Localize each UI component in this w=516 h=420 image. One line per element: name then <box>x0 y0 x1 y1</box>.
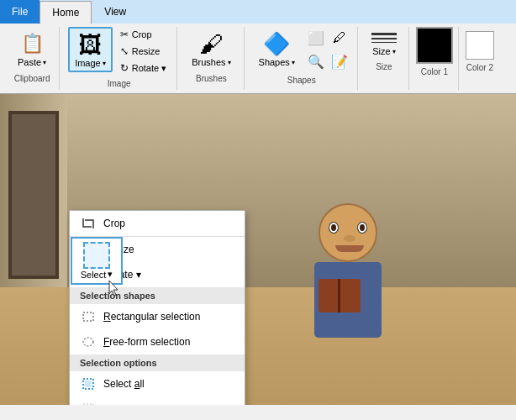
svg-rect-4 <box>85 381 92 387</box>
color2-group: Color 2 <box>461 27 499 90</box>
brushes-button[interactable]: 🖌 Brushes ▾ <box>186 27 236 71</box>
free-form-selection-item[interactable]: Free-form selection <box>70 329 245 354</box>
select-all-item[interactable]: Select all <box>70 371 245 396</box>
rotate-tool-btn[interactable]: ↻ Rotate ▾ <box>117 60 170 76</box>
color2-swatch[interactable] <box>466 31 494 60</box>
shape-tool-1[interactable]: ⬜ <box>305 27 327 49</box>
size-line-thick <box>371 33 397 35</box>
brushes-icon: 🖌 <box>197 30 224 57</box>
select-icon <box>83 242 110 269</box>
invert-icon <box>80 401 97 405</box>
shape-tool-4[interactable]: 📝 <box>329 50 350 72</box>
brushes-label: Brushes <box>196 74 227 83</box>
lasso-icon <box>80 333 97 350</box>
select-button-overlay[interactable]: Select ▾ <box>71 237 123 285</box>
resize-tool-btn[interactable]: ⤡ Resize <box>117 44 170 59</box>
ribbon: 📋 Paste ▾ Clipboard 🖼 Image ▾ ✂ <box>0 24 516 94</box>
shapes-icon: 🔷 <box>263 30 290 57</box>
brushes-group: 🖌 Brushes ▾ Brushes <box>179 27 244 90</box>
clipboard-group: 📋 Paste ▾ Clipboard <box>5 27 60 90</box>
tab-home[interactable]: Home <box>39 1 92 24</box>
canvas-area[interactable]: Crop Resize Rotate ▾ Selection sh <box>0 94 516 405</box>
image-dropdown-arrow: ▾ <box>103 60 106 67</box>
crop-icon: ✂ <box>120 29 129 40</box>
paste-icon: 📋 <box>18 30 45 57</box>
image-button[interactable]: 🖼 Image ▾ <box>68 27 113 72</box>
svg-point-2 <box>83 338 93 346</box>
shapes-dropdown-arrow: ▾ <box>292 59 295 66</box>
size-group: Size ▾ Size <box>360 27 409 90</box>
color1-swatch[interactable] <box>416 27 453 64</box>
shapes-label: Shapes <box>287 76 316 85</box>
color1-label: Color 1 <box>421 67 448 76</box>
paste-dropdown-arrow: ▾ <box>43 59 46 66</box>
crop-menu-icon <box>80 215 97 232</box>
svg-rect-1 <box>83 312 93 321</box>
image-group: 🖼 Image ▾ ✂ Crop ⤡ Resize ↻ Rotate <box>61 27 177 90</box>
size-line-med <box>371 38 397 39</box>
invert-selection-item: Invert selection <box>70 396 245 405</box>
size-button[interactable]: Size ▾ <box>366 27 402 59</box>
selection-shapes-header: Selection shapes <box>70 287 245 304</box>
svg-rect-5 <box>83 404 93 405</box>
paste-button[interactable]: 📋 Paste ▾ <box>12 27 52 71</box>
crop-tool-btn[interactable]: ✂ Crop <box>117 27 170 42</box>
selection-options-header: Selection options <box>70 354 245 371</box>
tab-file[interactable]: File <box>0 0 39 24</box>
shape-tool-3[interactable]: 🔍 <box>305 50 327 72</box>
cartoon-figure <box>314 203 382 338</box>
tab-view[interactable]: View <box>92 0 139 24</box>
image-icon: 🖼 <box>76 31 103 58</box>
shapes-group: 🔷 Shapes ▾ ⬜ 🖊 🔍 📝 Shapes <box>246 27 358 90</box>
resize-icon: ⤡ <box>120 45 129 57</box>
shape-tool-2[interactable]: 🖊 <box>329 27 350 49</box>
brushes-dropdown-arrow: ▾ <box>228 59 231 66</box>
rotate-icon: ↻ <box>120 62 129 74</box>
shapes-button[interactable]: 🔷 Shapes ▾ <box>253 27 301 71</box>
image-group-label: Image <box>108 79 131 88</box>
color2-label: Color 2 <box>466 63 493 72</box>
clipboard-label: Clipboard <box>14 74 50 83</box>
rect-selection-icon <box>80 308 97 325</box>
rectangular-selection-item[interactable]: Rectangular selection <box>70 304 245 329</box>
size-dropdown-arrow: ▾ <box>392 48 396 55</box>
door <box>8 111 59 279</box>
tab-bar: File Home View <box>0 0 516 24</box>
select-all-icon <box>80 375 97 392</box>
size-label: Size <box>376 62 392 71</box>
color1-group: Color 1 <box>411 27 459 90</box>
crop-menu-item[interactable]: Crop <box>70 211 245 237</box>
size-line-thin <box>371 42 397 43</box>
